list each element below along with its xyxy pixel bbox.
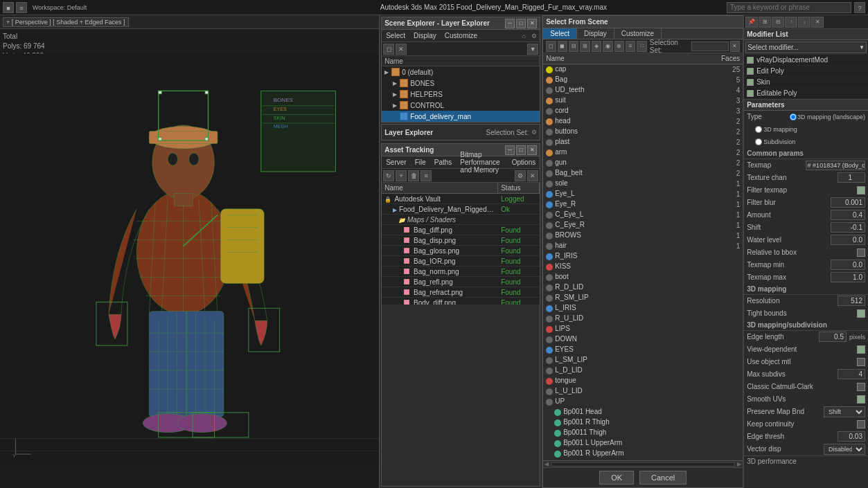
scene-row-eyer[interactable]: Eye_R 1	[543, 199, 743, 210]
scene-row-liris[interactable]: L_IRIS	[543, 303, 743, 314]
scrollbar-track[interactable]	[551, 462, 734, 467]
smooth-uvs-checkbox[interactable]	[857, 395, 865, 404]
scene-tool-7[interactable]: ⊕	[614, 41, 624, 52]
asset-row-maps[interactable]: 📁 Maps / Shaders	[382, 215, 540, 225]
asset-refresh-btn[interactable]: ↻	[383, 170, 394, 181]
scene-row-bp001rthigh[interactable]: Bp001 R Thigh	[543, 417, 743, 428]
asset-close-btn2[interactable]: ✕	[527, 170, 538, 181]
scene-row-plast[interactable]: plast 2	[543, 137, 743, 147]
scene-row-brows[interactable]: BROWS 1	[543, 231, 743, 241]
asset-row-bagior[interactable]: Bag_IOR.png Found	[382, 256, 540, 266]
shift-input[interactable]	[831, 222, 865, 233]
scene-row-eyes[interactable]: EYES	[543, 345, 743, 355]
scene-row-rdlid[interactable]: R_D_LID	[543, 282, 743, 293]
asset-row-bagnorm[interactable]: Bag_norm.png Found	[382, 266, 540, 277]
scene-row-bp0011thigh[interactable]: Bp0011 Thigh	[543, 428, 743, 438]
close-btn[interactable]: ✕	[527, 19, 537, 28]
amount-input[interactable]	[831, 210, 865, 220]
menu-server[interactable]: Server	[384, 159, 407, 166]
scene-row-rulid[interactable]: R_U_LID	[543, 314, 743, 324]
menu-options[interactable]: Options	[511, 159, 537, 166]
asset-row-bodydiff[interactable]: Body_diff.png Found	[382, 298, 540, 305]
scene-row-boot[interactable]: boot	[543, 272, 743, 282]
type-3dmapping-only-label[interactable]: 3D mapping	[755, 126, 797, 133]
menu-paths[interactable]: Paths	[433, 159, 454, 166]
scene-row-cap[interactable]: cap 25	[543, 64, 743, 75]
layer-settings-icon[interactable]: ⚙	[531, 129, 537, 136]
scene-tool-6[interactable]: ◉	[603, 41, 612, 52]
scene-row-riris[interactable]: R_IRIS	[543, 251, 743, 262]
texmap-min-input[interactable]	[831, 260, 865, 270]
edge-thresh-input[interactable]	[838, 431, 865, 442]
viewport[interactable]: + [ Perspective ] [ Shaded + Edged Faces…	[0, 15, 380, 488]
ok-button[interactable]: OK	[599, 471, 634, 485]
tree-item-bones[interactable]: ▶ BONES	[382, 78, 540, 89]
mod-check-vraydisplace[interactable]	[747, 57, 754, 64]
scene-row-down[interactable]: DOWN	[543, 334, 743, 345]
type-3dmapping-label[interactable]: 3D mapping (landscape)	[790, 114, 865, 120]
scene-row-bp001head[interactable]: Bp001 Head	[543, 407, 743, 417]
search-input[interactable]	[727, 2, 851, 13]
menu-display[interactable]: Display	[412, 32, 438, 39]
asset-minimize-btn[interactable]: ─	[505, 145, 515, 155]
asset-delete-btn[interactable]: 🗑	[408, 170, 419, 181]
relative-bbox-checkbox[interactable]	[857, 248, 865, 257]
asset-restore-btn[interactable]: □	[516, 145, 526, 155]
type-subdivision-label[interactable]: Subdivision	[755, 138, 795, 145]
menu-select[interactable]: Select	[384, 32, 407, 39]
filter-blur-input[interactable]	[831, 197, 865, 208]
tight-bounds-checkbox[interactable]	[857, 309, 865, 318]
scene-close-btn[interactable]: ✕	[730, 41, 740, 52]
max-subdivs-input[interactable]	[838, 369, 865, 379]
scene-row-ldlid[interactable]: L_D_LID	[543, 365, 743, 376]
scene-tool-9[interactable]: ∷	[637, 41, 646, 52]
deselect-btn[interactable]: ✕	[396, 44, 407, 55]
scene-row-arm[interactable]: arm 2	[543, 147, 743, 158]
type-3dmapping-radio2[interactable]	[755, 126, 762, 133]
scene-tool-8[interactable]: ≡	[626, 41, 635, 52]
minimize-btn[interactable]: ─	[505, 19, 515, 28]
modifier-item-editpoly[interactable]: Edit Poly	[744, 66, 868, 77]
tree-item-food-delivery[interactable]: Food_delivery_man	[382, 111, 540, 122]
scroll-right-btn[interactable]: ▶	[736, 461, 743, 467]
menu-icon[interactable]: ≡	[16, 2, 27, 13]
tab-select[interactable]: Select	[543, 28, 577, 39]
keep-continuity-checkbox[interactable]	[857, 420, 865, 428]
scene-tool-4[interactable]: ⊞	[580, 41, 590, 52]
texmap-value[interactable]: # #1018347 (Body_disp.png)	[806, 161, 865, 170]
modifier-item-vraydisplace[interactable]: vRayDisplacementMod	[744, 55, 868, 66]
scene-tool-1[interactable]: ◻	[546, 41, 556, 52]
scene-row-lsmlip[interactable]: L_SM_LIP	[543, 355, 743, 365]
resolution-input[interactable]	[838, 296, 865, 306]
water-level-input[interactable]	[831, 235, 865, 245]
scene-row-sole[interactable]: sole 1	[543, 179, 743, 189]
asset-row-bagdiff[interactable]: Bag_diff.png Found	[382, 225, 540, 235]
scene-tool-2[interactable]: ◼	[558, 41, 567, 52]
scene-row-bp001lupperarm[interactable]: Bp001 L UpperArm	[543, 438, 743, 449]
asset-add-btn[interactable]: +	[396, 170, 407, 181]
restore-btn[interactable]: □	[516, 19, 526, 28]
asset-row-bagrefl[interactable]: Bag_refl.png Found	[382, 277, 540, 287]
mod-tool-6[interactable]: ✕	[811, 17, 824, 28]
texture-chan-input[interactable]	[838, 172, 865, 183]
scene-row-head[interactable]: head 2	[543, 116, 743, 127]
viewport-canvas[interactable]: BONES EYES SKIN MESH Y	[0, 29, 379, 488]
scene-tool-3[interactable]: ⊟	[569, 41, 578, 52]
scene-row-bagbelt[interactable]: Bag_belt 2	[543, 168, 743, 179]
modifier-item-skin[interactable]: Skin	[744, 77, 868, 88]
scene-list-hscroll[interactable]: ◀ ▶	[543, 460, 743, 467]
texmap-max-input[interactable]	[831, 272, 865, 282]
scene-row-ceyel[interactable]: C_Eye_L 1	[543, 210, 743, 220]
type-subdivision-radio[interactable]	[755, 138, 762, 145]
mod-tool-2[interactable]: ⊞	[759, 17, 771, 28]
scene-row-tongue[interactable]: tongue	[543, 376, 743, 386]
help-icon[interactable]: ?	[854, 2, 865, 13]
scene-row-hair[interactable]: hair 1	[543, 241, 743, 251]
mod-tool-5[interactable]: ↓	[798, 17, 811, 28]
scene-row-lulid[interactable]: L_U_LID	[543, 386, 743, 397]
menu-bitmap-perf[interactable]: Bitmap Performance and Memory	[459, 151, 504, 174]
view-dependent-checkbox[interactable]	[857, 345, 865, 354]
scene-row-up[interactable]: UP	[543, 397, 743, 407]
type-3dmapping-radio[interactable]	[790, 114, 797, 120]
menu-customize[interactable]: Customize	[443, 32, 479, 39]
